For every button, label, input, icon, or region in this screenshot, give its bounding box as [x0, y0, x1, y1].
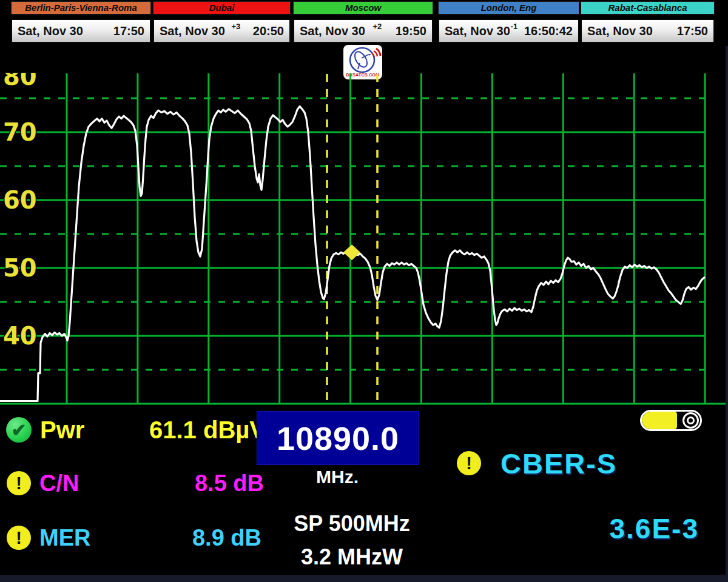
cber-label: CBER-S [500, 447, 617, 480]
mer-label: MER [39, 525, 90, 551]
cn-label: C/N [39, 470, 79, 497]
clock-city-label: Rabat-Casablanca [581, 1, 715, 15]
y-axis-tick-label: 40 [3, 322, 37, 350]
clock-utc-offset: +3 [231, 22, 240, 31]
pwr-label: Pwr [40, 416, 84, 444]
clock-time: 20:50 [247, 24, 284, 38]
satellite-meter-screen: Berlin-Paris-Vienna-RomaSat, Nov 3017:50… [0, 0, 728, 582]
center-frequency-display[interactable]: 10890.0 [257, 411, 419, 465]
mer-row: !MER8.9 dB [7, 525, 261, 550]
warning-icon: ! [457, 451, 481, 475]
clock-1: Berlin-Paris-Vienna-RomaSat, Nov 3017:50 [11, 1, 151, 42]
y-axis-tick-label: 80 [3, 73, 37, 90]
battery-level-fill [642, 412, 677, 429]
clock-time: 17:50 [671, 24, 708, 38]
pwr-value: 61.1 dBµV [149, 416, 266, 444]
battery-toggle[interactable] [640, 410, 702, 431]
frequency-marker-lines [327, 74, 377, 404]
clock-city-label: Berlin-Paris-Vienna-Roma [11, 1, 151, 15]
clock-time: 17:50 [107, 24, 144, 38]
cn-value: 8.5 dB [195, 470, 264, 496]
frequency-unit-label: MHz. [257, 467, 418, 487]
vertical-gridlines [67, 73, 705, 404]
clock-5: Rabat-CasablancaSat, Nov 3017:50 [581, 1, 715, 42]
clock-2: DubaiSat, Nov 30+320:50 [153, 1, 291, 42]
marker-diamond-icon [343, 244, 360, 260]
clock-utc-offset: -1 [511, 22, 518, 31]
clock-date: Sat, Nov 30 [445, 24, 510, 38]
cber-value: 3.6E-3 [564, 512, 699, 545]
clock-datetime: Sat, Nov 3017:50 [581, 19, 715, 43]
clock-datetime: Sat, Nov 3017:50 [11, 19, 151, 43]
battery-cap-center-icon [687, 416, 695, 424]
y-axis-tick-label: 60 [3, 186, 37, 214]
y-axis-tick-label: 50 [3, 254, 37, 282]
clock-4: London, EngSat, Nov 30-116:50:42 [438, 1, 579, 42]
clock-city-label: London, Eng [438, 1, 579, 15]
clock-city-label: Moscow [293, 1, 433, 15]
mer-value: 8.9 dB [192, 525, 261, 550]
right-edge-strip [726, 46, 728, 575]
check-circle-icon: ✔ [6, 417, 32, 443]
clock-datetime: Sat, Nov 30+219:50 [293, 19, 433, 43]
bottom-edge-strip [0, 575, 728, 582]
warning-icon: ! [7, 471, 31, 495]
clock-datetime: Sat, Nov 30-116:50:42 [438, 19, 579, 43]
spectrum-chart: 8070605040 [0, 73, 728, 409]
clock-datetime: Sat, Nov 30+320:50 [153, 19, 291, 43]
center-frequency-value: 10890.0 [277, 420, 399, 457]
warning-icon: ! [7, 526, 31, 550]
bandwidth-label: 3.2 MHzW [261, 544, 443, 570]
clock-city-label: Dubai [153, 1, 291, 15]
span-label: SP 500MHz [261, 511, 443, 537]
clock-date: Sat, Nov 30 [160, 24, 225, 38]
pwr-row: ✔Pwr61.1 dBµV [6, 416, 266, 444]
clock-date: Sat, Nov 30 [300, 24, 365, 38]
cn-row: !C/N8.5 dB [7, 470, 264, 496]
clock-3: MoscowSat, Nov 30+219:50 [293, 1, 433, 42]
clock-date: Sat, Nov 30 [18, 24, 83, 38]
cber-row: ! CBER-S [457, 449, 657, 478]
clock-time: 16:50:42 [518, 24, 573, 38]
clock-utc-offset: +2 [372, 22, 382, 31]
y-axis-labels: 8070605040 [3, 73, 37, 350]
clock-time: 19:50 [389, 24, 426, 38]
y-axis-tick-label: 70 [3, 118, 37, 146]
clock-date: Sat, Nov 30 [587, 24, 653, 38]
horizontal-gridlines [0, 73, 728, 404]
